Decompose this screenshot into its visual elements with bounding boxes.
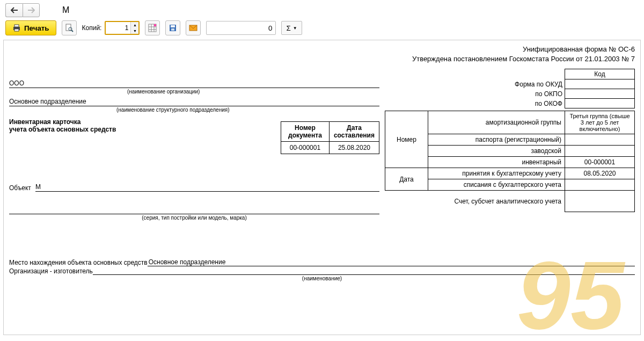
floppy-icon xyxy=(169,24,177,32)
object-hint2: (серия, тип постройки или модель, марка) xyxy=(9,215,379,221)
maker-hint: (наименование) xyxy=(9,275,635,281)
print-button-label: Печать xyxy=(24,24,49,32)
inventory-num: 00-000001 xyxy=(565,157,635,168)
object-value: М xyxy=(35,183,379,192)
maker-value xyxy=(93,274,635,275)
arrow-left-icon xyxy=(11,7,18,13)
copies-input[interactable] xyxy=(106,22,130,34)
doc-number: 00-000001 xyxy=(281,142,329,154)
sigma-button[interactable]: Σ ▼ xyxy=(281,21,302,35)
svg-rect-11 xyxy=(154,24,156,26)
card-title-2: учета объекта основных средств xyxy=(9,126,281,133)
account-value xyxy=(565,191,635,212)
okud-value xyxy=(565,79,635,89)
sigma-icon: Σ xyxy=(286,24,290,32)
object-label: Объект xyxy=(9,184,31,192)
codes-table: Код Форма по ОКУД по ОКПО по ОКОФ xyxy=(511,69,635,108)
document-area: 95 Унифицированная форма № ОС-6 Утвержде… xyxy=(3,40,641,335)
dept-name: Основное подразделение xyxy=(9,98,379,106)
svg-rect-13 xyxy=(171,25,175,27)
amort-group: Третья группа (свыше 3 лет до 5 лет вклю… xyxy=(565,111,635,134)
location-value: Основное подразделение xyxy=(148,258,635,266)
dept-hint: (наименование структурного подразделения… xyxy=(116,107,379,113)
maker-label: Организация - изготовитель xyxy=(9,267,93,275)
svg-line-5 xyxy=(71,30,73,32)
form-approval: Унифицированная форма № ОС-6 Утверждена … xyxy=(9,45,635,63)
writeoff-date xyxy=(565,179,635,191)
mail-button[interactable] xyxy=(186,20,201,35)
preview-button[interactable] xyxy=(62,20,77,35)
print-button[interactable]: Печать xyxy=(5,20,56,35)
svg-rect-1 xyxy=(14,25,19,27)
org-name: ООО xyxy=(9,79,379,88)
svg-rect-2 xyxy=(14,29,19,31)
factory-num xyxy=(565,146,635,157)
window-title: М xyxy=(62,5,69,15)
org-hint: (наименование организации) xyxy=(127,89,379,95)
okof-value xyxy=(565,99,635,108)
grid-button[interactable] xyxy=(145,20,160,35)
save-button[interactable] xyxy=(165,20,180,35)
svg-rect-14 xyxy=(171,28,174,31)
accept-date: 08.05.2020 xyxy=(565,168,635,179)
forward-button[interactable] xyxy=(23,3,40,17)
arrow-right-icon xyxy=(27,7,35,13)
copies-stepper[interactable]: ▲ ▼ xyxy=(105,21,140,35)
nav-toolbar: М xyxy=(0,0,644,20)
back-button[interactable] xyxy=(5,3,23,17)
mail-icon xyxy=(189,25,197,31)
passport-num xyxy=(565,134,635,146)
copies-label: Копий: xyxy=(82,24,102,32)
sum-field[interactable] xyxy=(206,21,276,35)
copies-down[interactable]: ▼ xyxy=(131,28,138,34)
info-table: Номер амортизационной группы Третья груп… xyxy=(385,111,635,212)
copies-up[interactable]: ▲ xyxy=(131,22,138,28)
printer-icon xyxy=(12,24,21,32)
doc-date: 25.08.2020 xyxy=(329,142,379,154)
action-toolbar: Печать Копий: ▲ ▼ xyxy=(0,20,644,40)
object-series xyxy=(9,207,379,214)
chevron-down-icon: ▼ xyxy=(293,26,297,31)
okpo-value xyxy=(565,89,635,99)
doc-number-table: Номер документа Дата составления 00-0000… xyxy=(281,121,379,154)
grid-icon xyxy=(148,24,157,32)
page-zoom-icon xyxy=(65,24,74,32)
watermark: 95 xyxy=(517,240,624,335)
location-label: Место нахождения объекта основных средст… xyxy=(9,259,148,266)
card-title-1: Инвентарная карточка xyxy=(9,118,281,126)
